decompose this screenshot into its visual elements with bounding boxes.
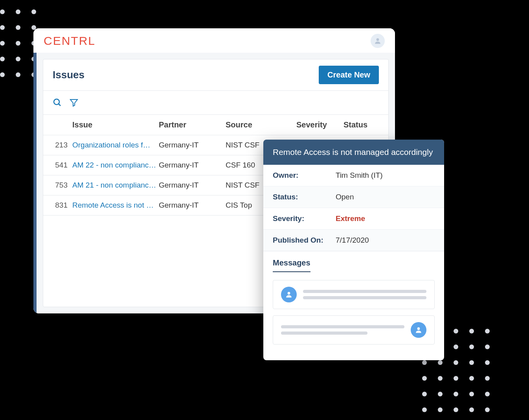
col-issue: Issue [72, 120, 159, 129]
owner-label: Owner: [273, 171, 336, 180]
brand-logo: CENTRL [44, 34, 96, 48]
col-partner: Partner [159, 120, 226, 129]
severity-value: Extreme [336, 214, 435, 223]
row-id: 541 [49, 161, 72, 169]
issue-link[interactable]: AM 22 - non compliance… [72, 161, 159, 169]
decorative-dots-top-left [0, 9, 36, 77]
user-icon [285, 291, 293, 298]
severity-label: Severity: [273, 214, 336, 223]
detail-row-published: Published On: 7/17/2020 [263, 230, 444, 251]
col-status: Status [343, 120, 379, 129]
issue-link[interactable]: AM 21 - non compliance… [72, 181, 159, 190]
message-placeholder-lines [303, 290, 426, 299]
messages-heading: Messages [273, 258, 310, 272]
svg-line-2 [59, 104, 61, 106]
status-label: Status: [273, 193, 336, 201]
titlebar: CENTRL [33, 28, 395, 53]
messages-section: Messages [263, 251, 444, 360]
published-label: Published On: [273, 236, 336, 245]
row-partner: Germany-IT [159, 201, 226, 210]
user-icon [374, 37, 382, 45]
detail-row-owner: Owner: Tim Smith (IT) [263, 165, 444, 186]
issue-link[interactable]: Organizational roles f… [72, 141, 159, 149]
message-avatar [411, 322, 426, 338]
row-id: 831 [49, 201, 72, 210]
message-item[interactable] [273, 280, 435, 309]
panel-header: Issues Create New [43, 59, 388, 91]
issue-detail-card: Remote Access is not managed accordingly… [263, 140, 444, 360]
user-icon [415, 326, 422, 334]
svg-point-4 [417, 327, 420, 330]
nav-sidebar [33, 53, 37, 313]
message-placeholder-lines [281, 325, 404, 335]
message-item[interactable] [273, 315, 435, 344]
detail-row-status: Status: Open [263, 186, 444, 208]
row-id: 753 [49, 181, 72, 190]
table-header: Issue Partner Source Severity Status [43, 115, 388, 135]
panel-title: Issues [53, 69, 84, 81]
published-value: 7/17/2020 [336, 236, 435, 245]
owner-value: Tim Smith (IT) [336, 171, 435, 180]
col-source: Source [226, 120, 296, 129]
status-value: Open [336, 193, 435, 201]
user-avatar[interactable] [371, 34, 385, 48]
row-partner: Germany-IT [159, 141, 226, 149]
search-icon[interactable] [53, 98, 62, 107]
row-id: 213 [49, 141, 72, 149]
svg-point-3 [288, 292, 290, 295]
col-severity: Severity [296, 120, 343, 129]
detail-row-severity: Severity: Extreme [263, 208, 444, 230]
row-partner: Germany-IT [159, 181, 226, 190]
message-avatar [281, 287, 297, 302]
issue-link[interactable]: Remote Access is not … [72, 201, 159, 210]
svg-point-0 [377, 38, 379, 41]
filter-icon[interactable] [69, 98, 79, 107]
svg-point-1 [54, 99, 59, 105]
create-new-button[interactable]: Create New [319, 66, 379, 84]
detail-title: Remote Access is not managed accordingly [263, 140, 444, 165]
row-partner: Germany-IT [159, 161, 226, 169]
detail-properties: Owner: Tim Smith (IT) Status: Open Sever… [263, 165, 444, 251]
panel-toolbar [43, 91, 388, 115]
